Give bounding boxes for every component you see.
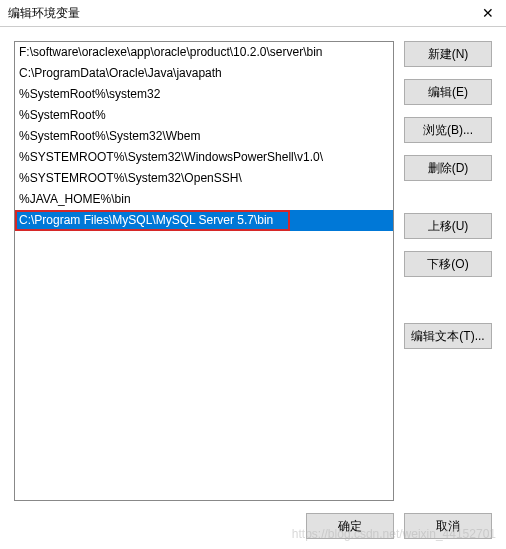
list-item[interactable]: F:\software\oraclexe\app\oracle\product\… bbox=[15, 42, 393, 63]
edit-text-button[interactable]: 编辑文本(T)... bbox=[404, 323, 492, 349]
ok-button[interactable]: 确定 bbox=[306, 513, 394, 539]
close-icon[interactable]: ✕ bbox=[478, 5, 498, 21]
list-item[interactable]: %SYSTEMROOT%\System32\OpenSSH\ bbox=[15, 168, 393, 189]
edit-button[interactable]: 编辑(E) bbox=[404, 79, 492, 105]
dialog-title: 编辑环境变量 bbox=[8, 5, 80, 22]
list-item[interactable]: %SystemRoot%\system32 bbox=[15, 84, 393, 105]
list-item[interactable]: %SystemRoot% bbox=[15, 105, 393, 126]
list-item-selected[interactable]: C:\Program Files\MySQL\MySQL Server 5.7\… bbox=[15, 210, 393, 231]
path-list[interactable]: F:\software\oraclexe\app\oracle\product\… bbox=[14, 41, 394, 501]
browse-button[interactable]: 浏览(B)... bbox=[404, 117, 492, 143]
move-up-button[interactable]: 上移(U) bbox=[404, 213, 492, 239]
content-area: F:\software\oraclexe\app\oracle\product\… bbox=[0, 27, 506, 509]
edit-env-var-dialog: 编辑环境变量 ✕ F:\software\oraclexe\app\oracle… bbox=[0, 0, 506, 549]
spacer bbox=[404, 193, 492, 213]
spacer bbox=[404, 289, 492, 323]
list-item-text: C:\Program Files\MySQL\MySQL Server 5.7\… bbox=[19, 213, 273, 227]
list-item[interactable]: C:\ProgramData\Oracle\Java\javapath bbox=[15, 63, 393, 84]
move-down-button[interactable]: 下移(O) bbox=[404, 251, 492, 277]
button-column: 新建(N) 编辑(E) 浏览(B)... 删除(D) 上移(U) 下移(O) 编… bbox=[404, 41, 492, 501]
list-item[interactable]: %SystemRoot%\System32\Wbem bbox=[15, 126, 393, 147]
new-button[interactable]: 新建(N) bbox=[404, 41, 492, 67]
list-item[interactable]: %SYSTEMROOT%\System32\WindowsPowerShell\… bbox=[15, 147, 393, 168]
title-bar: 编辑环境变量 ✕ bbox=[0, 0, 506, 27]
bottom-bar: 确定 取消 bbox=[0, 509, 506, 549]
delete-button[interactable]: 删除(D) bbox=[404, 155, 492, 181]
list-item[interactable]: %JAVA_HOME%\bin bbox=[15, 189, 393, 210]
cancel-button[interactable]: 取消 bbox=[404, 513, 492, 539]
